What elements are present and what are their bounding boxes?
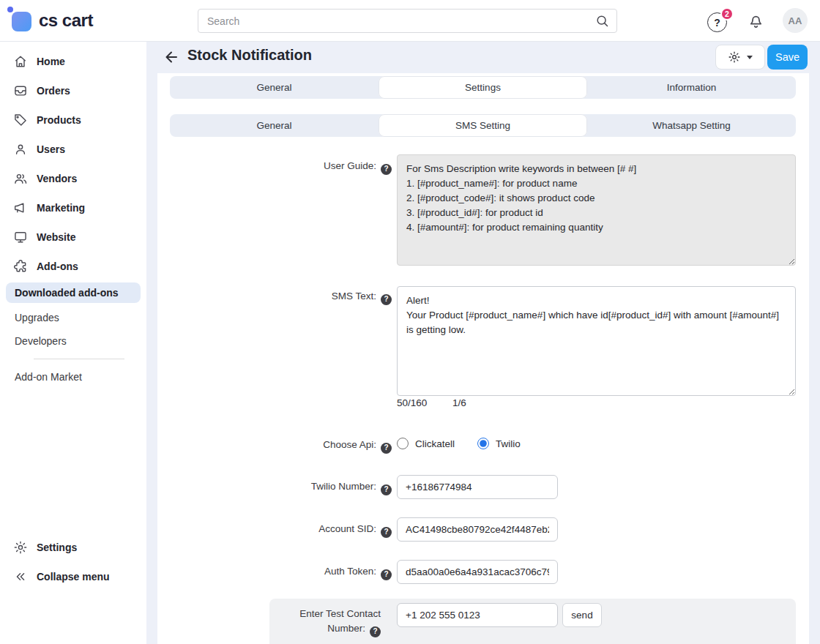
tab-information[interactable]: Information (587, 76, 796, 99)
twilio-radio-label[interactable]: Twilio (496, 438, 521, 449)
orders-icon (13, 83, 28, 98)
gear-icon (728, 50, 741, 64)
sms-segment-counter: 1/6 (452, 397, 466, 408)
sms-text-label: SMS Text:? (170, 290, 392, 305)
search-icon[interactable] (594, 13, 610, 29)
tab-general[interactable]: General (170, 76, 379, 99)
account-sid-label: Account SID:? (170, 523, 392, 538)
back-arrow-icon (163, 48, 180, 66)
global-search (198, 9, 617, 33)
help-tooltip-icon[interactable]: ? (381, 484, 392, 495)
subtab-whatsapp-setting[interactable]: Whatsapp Setting (587, 114, 796, 137)
bell-icon[interactable] (747, 12, 765, 30)
help-tooltip-icon[interactable]: ? (381, 569, 392, 580)
user-guide-label: User Guide:? (170, 160, 392, 175)
chevron-down-icon (747, 56, 753, 59)
help-button[interactable]: ? 2 (707, 10, 729, 32)
twilio-number-label: Twilio Number:? (170, 480, 392, 495)
cscart-logo-text: cs cart (39, 10, 93, 31)
subtab-sms-setting[interactable]: SMS Setting (379, 114, 587, 137)
chevrons-left-icon (13, 569, 28, 584)
test-send-panel: Enter Test Contact Number:? send (269, 599, 796, 644)
clickatell-radio[interactable] (397, 438, 409, 449)
test-contact-label: Enter Test Contact Number:? (277, 607, 381, 637)
topbar: cs cart ? 2 AA (0, 0, 820, 42)
puzzle-icon (13, 259, 28, 274)
monitor-icon (13, 230, 28, 244)
search-input[interactable] (198, 9, 617, 33)
test-contact-input[interactable] (397, 603, 558, 627)
sidebar-item-addons[interactable]: Add-ons (0, 252, 146, 281)
tab-settings[interactable]: Settings (379, 76, 587, 99)
twilio-radio[interactable] (477, 438, 489, 449)
sidebar-item-marketing[interactable]: Marketing (0, 193, 146, 222)
sidebar-item-upgrades[interactable]: Upgrades (0, 306, 146, 329)
cscart-logo[interactable]: cs cart (12, 10, 93, 31)
auth-token-input[interactable] (397, 560, 558, 584)
help-tooltip-icon[interactable]: ? (381, 527, 392, 538)
sidebar-item-orders[interactable]: Orders (0, 76, 146, 105)
send-test-button[interactable]: send (562, 603, 602, 627)
sms-char-counter: 50/160 (397, 397, 427, 408)
sidebar-item-website[interactable]: Website (0, 222, 146, 252)
twilio-number-input[interactable] (397, 475, 558, 499)
home-icon (13, 54, 28, 69)
sidebar-item-users[interactable]: Users (0, 135, 146, 164)
users-icon (13, 171, 28, 186)
choose-api-label: Choose Api:? (170, 438, 392, 454)
main-tabs: General Settings Information (170, 76, 796, 99)
account-sid-input[interactable] (397, 517, 558, 542)
content-panel: General Settings Information General SMS… (157, 73, 809, 644)
gear-dropdown-button[interactable] (715, 45, 765, 70)
page-title: Stock Notification (187, 47, 312, 64)
notification-count-badge: 2 (720, 7, 734, 20)
sidebar-divider (34, 359, 124, 359)
sidebar-item-products[interactable]: Products (0, 105, 146, 135)
subtab-general[interactable]: General (170, 114, 379, 137)
megaphone-icon (13, 201, 28, 215)
avatar[interactable]: AA (783, 8, 808, 33)
help-tooltip-icon[interactable]: ? (370, 626, 381, 637)
help-tooltip-icon[interactable]: ? (381, 164, 392, 175)
clickatell-radio-label[interactable]: Clickatell (415, 438, 455, 449)
sidebar-item-vendors[interactable]: Vendors (0, 164, 146, 193)
sidebar-item-home[interactable]: Home (0, 47, 146, 76)
user-guide-textarea[interactable]: For Sms Description write keywords in be… (397, 154, 796, 266)
settings-subtabs: General SMS Setting Whatsapp Setting (170, 114, 796, 137)
cscart-logo-icon (12, 12, 31, 31)
sidebar-item-developers[interactable]: Developers (0, 329, 146, 353)
sidebar-item-downloaded-addons[interactable]: Downloaded add-ons (6, 282, 141, 303)
sidebar-item-settings[interactable]: Settings (0, 533, 146, 562)
back-button[interactable] (163, 48, 180, 66)
sidebar: Home Orders Products Users Vendors Marke… (0, 42, 146, 644)
auth-token-label: Auth Token:? (170, 565, 392, 580)
save-button[interactable]: Save (767, 45, 808, 70)
sidebar-collapse-menu[interactable]: Collapse menu (0, 562, 146, 591)
sidebar-item-addon-market[interactable]: Add-on Market (0, 365, 146, 389)
api-radio-group: Clickatell Twilio (397, 438, 537, 449)
sms-text-textarea[interactable]: Alert! Your Product [#product_name#] whi… (397, 286, 796, 396)
help-tooltip-icon[interactable]: ? (381, 443, 392, 454)
gear-icon (13, 540, 28, 555)
user-icon (13, 142, 28, 157)
tag-icon (13, 113, 28, 127)
help-tooltip-icon[interactable]: ? (381, 294, 392, 305)
